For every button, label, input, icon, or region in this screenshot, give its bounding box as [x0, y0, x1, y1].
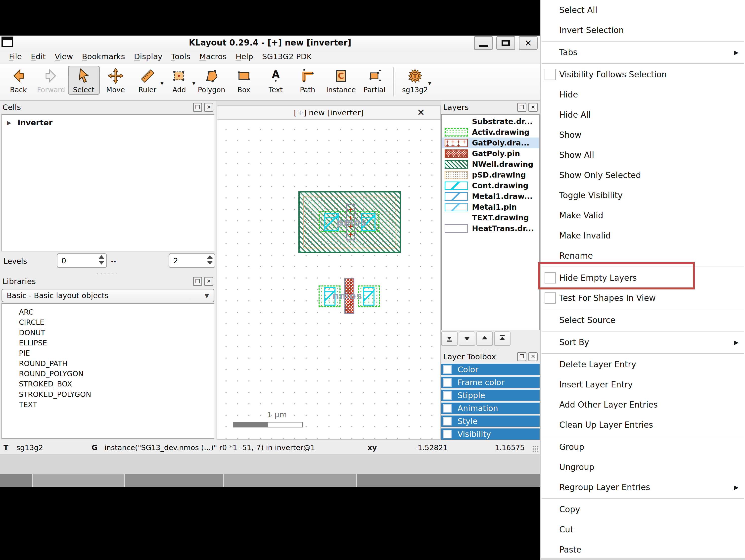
- canvas-tab-label[interactable]: [+] new [inverter]: [294, 108, 364, 117]
- layer-row-heattrans-dr[interactable]: HeatTrans.dr...: [442, 223, 539, 234]
- menu-item-make-valid[interactable]: Make Valid: [541, 205, 745, 226]
- library-item-ellipse[interactable]: ELLIPSE: [2, 338, 214, 348]
- layer-row-text-drawing[interactable]: TEXT.drawing: [442, 212, 539, 223]
- library-item-arc[interactable]: ARC: [2, 307, 214, 317]
- expand-caret-icon[interactable]: ▶: [7, 120, 11, 126]
- menubar-item-display[interactable]: Display: [130, 51, 167, 62]
- menubar-item-bookmarks[interactable]: Bookmarks: [77, 51, 130, 62]
- toolbar-button-move[interactable]: Move: [100, 66, 132, 95]
- close-button[interactable]: ✕: [519, 36, 538, 50]
- menu-item-visibility-follows-selection[interactable]: Visibility Follows Selection: [541, 64, 745, 85]
- menubar-item-tools[interactable]: Tools: [167, 51, 195, 62]
- spin-up-icon[interactable]: [207, 255, 213, 259]
- layer-move-bottom-button[interactable]: [441, 331, 458, 346]
- checkbox[interactable]: [443, 404, 452, 413]
- toolbox-row-stipple[interactable]: Stipple: [441, 390, 540, 401]
- cell-tree-item-inverter[interactable]: ▶ inverter: [2, 114, 214, 127]
- menubar-item-sg13g2-pdk[interactable]: SG13G2 PDK: [258, 51, 316, 62]
- levels-from-spinbox[interactable]: 0: [57, 253, 107, 268]
- float-panel-icon[interactable]: ❐: [193, 277, 202, 286]
- library-item-stroked-box[interactable]: STROKED_BOX: [2, 379, 214, 389]
- checkbox[interactable]: [443, 365, 452, 374]
- menubar-item-view[interactable]: View: [50, 51, 77, 62]
- menubar-item-file[interactable]: File: [4, 51, 26, 62]
- checkbox[interactable]: [443, 391, 452, 400]
- float-panel-icon[interactable]: ❐: [193, 103, 202, 112]
- close-panel-icon[interactable]: ✕: [204, 103, 213, 112]
- layer-row-gatpoly-pin[interactable]: GatPoly.pin: [442, 148, 539, 159]
- float-panel-icon[interactable]: ❐: [517, 352, 526, 361]
- menu-item-make-invalid[interactable]: Make Invalid: [541, 226, 745, 246]
- menu-item-tabs[interactable]: Tabs▶: [541, 42, 745, 62]
- library-item-round-polygon[interactable]: ROUND_POLYGON: [2, 369, 214, 379]
- menu-item-cut[interactable]: Cut: [541, 520, 745, 539]
- layer-row-cont-drawing[interactable]: Cont.drawing: [442, 180, 539, 191]
- layer-move-down-button[interactable]: [459, 331, 475, 346]
- menu-item-sort-by[interactable]: Sort By▶: [541, 332, 745, 352]
- spinner-arrows[interactable]: [207, 255, 213, 265]
- levels-to-spinbox[interactable]: 2: [169, 253, 215, 268]
- toolbar-button-text[interactable]: AText: [260, 66, 292, 95]
- taskbar-segment[interactable]: [33, 474, 125, 487]
- menu-item-show-only-selected[interactable]: Show Only Selected: [541, 165, 745, 185]
- layer-row-metal1-draw[interactable]: Metal1.draw...: [442, 191, 539, 202]
- toolbar-button-instance[interactable]: CInstance: [324, 66, 359, 95]
- toolbar-button-partial[interactable]: Partial: [359, 66, 390, 95]
- layer-row-nwell-drawing[interactable]: NWell.drawing: [442, 159, 539, 170]
- menu-item-hide[interactable]: Hide: [541, 85, 745, 105]
- minimize-button[interactable]: [474, 36, 493, 50]
- taskbar-segment[interactable]: [224, 474, 357, 487]
- menu-item-delete-layer-entry[interactable]: Delete Layer Entry: [541, 354, 745, 374]
- layer-row-substrate-dr[interactable]: Substrate.dr...: [442, 116, 539, 127]
- menu-item-show-all[interactable]: Show All: [541, 145, 745, 165]
- menu-item-ungroup[interactable]: Ungroup: [541, 457, 745, 477]
- toolbox-row-style[interactable]: Style: [441, 416, 540, 427]
- menu-item-hide-all[interactable]: Hide All: [541, 105, 745, 125]
- menu-item-select-source[interactable]: Select Source: [541, 310, 745, 330]
- library-item-circle[interactable]: CIRCLE: [2, 317, 214, 328]
- checkbox[interactable]: [545, 69, 556, 80]
- library-item-round-path[interactable]: ROUND_PATH: [2, 359, 214, 369]
- toolbar-button-ruler[interactable]: ▾Ruler: [132, 66, 163, 95]
- layer-row-gatpoly-dra[interactable]: GatPoly.dra...: [442, 137, 539, 148]
- taskbar-segment[interactable]: [357, 474, 540, 487]
- checkbox[interactable]: [443, 417, 452, 425]
- resize-grip[interactable]: [532, 446, 539, 452]
- toolbox-row-frame-color[interactable]: Frame color: [441, 377, 540, 388]
- menubar-item-help[interactable]: Help: [231, 51, 258, 62]
- close-panel-icon[interactable]: ✕: [204, 277, 213, 286]
- menu-item-add-other-layer-entries[interactable]: Add Other Layer Entries: [541, 395, 745, 415]
- menu-item-test-for-shapes-in-view[interactable]: Test For Shapes In View: [541, 288, 745, 308]
- layer-move-up-button[interactable]: [477, 331, 493, 346]
- toolbar-button-sg13g2[interactable]: T▾sg13g2: [399, 66, 431, 95]
- menu-item-toggle-visibility[interactable]: Toggle Visibility: [541, 185, 745, 205]
- toolbox-row-visibility[interactable]: Visibility: [441, 428, 540, 440]
- menu-item-clean-up-layer-entries[interactable]: Clean Up Layer Entries: [541, 415, 745, 435]
- menu-item-show[interactable]: Show: [541, 125, 745, 145]
- menu-item-copy[interactable]: Copy: [541, 499, 745, 520]
- toolbar-button-path[interactable]: Path: [292, 66, 324, 95]
- toolbar-button-forward[interactable]: Forward: [34, 66, 68, 95]
- checkbox[interactable]: [545, 292, 556, 304]
- float-panel-icon[interactable]: ❐: [517, 103, 526, 112]
- menu-item-invert-selection[interactable]: Invert Selection: [541, 20, 745, 40]
- toolbar-button-select[interactable]: Select: [68, 66, 100, 95]
- toolbox-row-color[interactable]: Color: [441, 364, 540, 375]
- taskbar-segment[interactable]: [125, 474, 224, 487]
- toolbar-button-box[interactable]: Box: [228, 66, 260, 95]
- toolbox-row-animation[interactable]: Animation: [441, 403, 540, 414]
- library-select[interactable]: Basic - Basic layout objects ▼: [1, 289, 214, 302]
- layer-row-metal1-pin[interactable]: Metal1.pin: [442, 202, 539, 212]
- menubar-item-edit[interactable]: Edit: [26, 51, 50, 62]
- layer-row-activ-drawing[interactable]: Activ.drawing: [442, 127, 539, 137]
- menu-item-paste[interactable]: Paste: [541, 539, 745, 560]
- menu-item-hide-empty-layers[interactable]: Hide Empty Layers: [541, 268, 745, 288]
- menu-item-select-all[interactable]: Select All: [541, 0, 745, 20]
- layout-canvas[interactable]: pmos nmos 1 µm: [217, 120, 441, 440]
- menu-item-rename[interactable]: Rename: [541, 246, 745, 266]
- layer-row-psd-drawing[interactable]: pSD.drawing: [442, 170, 539, 180]
- close-panel-icon[interactable]: ✕: [528, 103, 538, 112]
- library-item-donut[interactable]: DONUT: [2, 328, 214, 338]
- library-item-text[interactable]: TEXT: [2, 400, 214, 410]
- toolbar-button-polygon[interactable]: Polygon: [195, 66, 228, 95]
